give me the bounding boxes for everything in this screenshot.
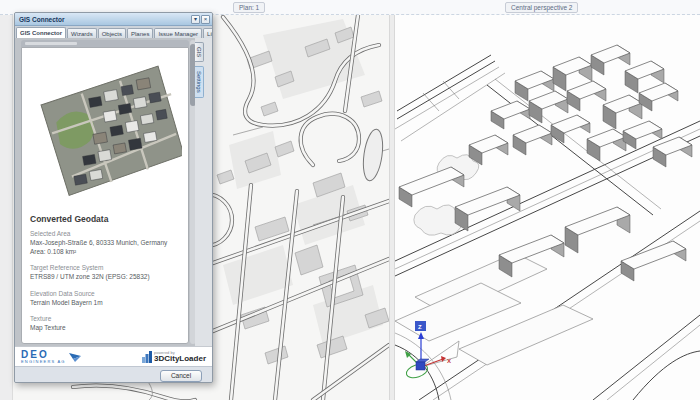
tab-wizards[interactable]: Wizards	[67, 28, 97, 38]
section-texture: Texture Map Texture	[30, 315, 180, 333]
brand-subtitle: ENGINEERS AG	[21, 359, 66, 364]
converted-geodata-card: Converted Geodata Selected Area Max-Jose…	[21, 47, 189, 344]
app-left-margin	[0, 15, 13, 400]
viewport-tab-perspective[interactable]: Central perspective 2	[505, 2, 578, 13]
engineers-logo: DEO ENGINEERS AG	[21, 350, 82, 364]
side-tab-settings[interactable]: Settings	[195, 66, 204, 98]
z-axis-label: Z	[418, 324, 422, 330]
tab-planes[interactable]: Planes	[127, 28, 153, 38]
section-label: Texture	[30, 315, 180, 322]
side-tab-gis[interactable]: GIS	[195, 42, 204, 62]
plan-city-blocks	[217, 19, 389, 364]
perspective-drawing: Z X	[395, 15, 700, 400]
section-label: Selected Area	[30, 230, 180, 237]
tab-issue-manager[interactable]: Issue Manager	[154, 28, 202, 38]
panel-titlebar[interactable]: GIS Connector ▾ ×	[15, 13, 212, 26]
tab-library[interactable]: Library	[203, 28, 212, 38]
paper-plane-icon	[68, 351, 82, 363]
panel-tabstrip: GIS Connector Wizards Objects Planes Iss…	[15, 26, 212, 38]
tab-gis-connector[interactable]: GIS Connector	[16, 27, 66, 38]
application-window: Plan: 1 Central perspective 2	[0, 0, 700, 400]
geodata-preview-image	[30, 52, 182, 204]
x-axis-label: X	[447, 358, 451, 364]
wizard-page-header	[21, 40, 189, 47]
section-value: Max-Joseph-Straße 6, 80333 Munich, Germa…	[30, 239, 180, 248]
pin-icon[interactable]: ▾	[191, 15, 200, 24]
perspective-viewport[interactable]: Z X	[395, 15, 700, 400]
tab-objects[interactable]: Objects	[98, 28, 126, 38]
perspective-buildings	[395, 45, 692, 365]
brand-name: DEO	[21, 350, 66, 359]
section-elevation-data-source: Elevation Data Source Terrain Model Baye…	[30, 290, 180, 308]
section-selected-area: Selected Area Max-Joseph-Straße 6, 80333…	[30, 230, 180, 256]
section-target-reference-system: Target Reference System ETRS89 / UTM zon…	[30, 264, 180, 282]
viewport-tab-plan[interactable]: Plan: 1	[233, 2, 265, 13]
palette-side-tabs: GIS Settings	[195, 38, 212, 346]
panel-content: Converted Geodata Selected Area Max-Jose…	[15, 38, 197, 346]
section-value: ETRS89 / UTM zone 32N (EPSG: 25832)	[30, 273, 180, 282]
product-name: 3DCityLoader	[154, 355, 206, 363]
gis-connector-panel: GIS Connector ▾ × GIS Connector Wizards …	[14, 12, 213, 383]
panel-bottom-bar: Cancel	[15, 366, 212, 383]
cancel-button[interactable]: Cancel	[160, 370, 202, 382]
panel-footer: DEO ENGINEERS AG powered by 3DCityLoader	[15, 346, 212, 366]
section-value: Map Texture	[30, 324, 180, 333]
section-label: Elevation Data Source	[30, 290, 180, 297]
section-label: Target Reference System	[30, 264, 180, 271]
section-value: Area: 0.108 km²	[30, 248, 180, 257]
panel-title: GIS Connector	[19, 16, 190, 23]
city-loader-icon	[142, 351, 152, 363]
section-value: Terrain Model Bayern 1m	[30, 299, 180, 308]
plan-landmark-oval	[360, 128, 385, 182]
close-icon[interactable]: ×	[201, 15, 210, 24]
perspective-vegetation	[414, 155, 479, 236]
card-heading: Converted Geodata	[30, 214, 180, 224]
powered-by-logo: powered by 3DCityLoader	[142, 350, 206, 363]
